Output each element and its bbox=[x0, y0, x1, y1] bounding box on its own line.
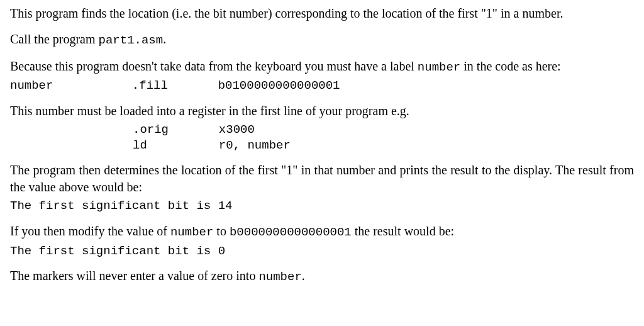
text: Because this program doesn't take data f… bbox=[10, 59, 418, 73]
code-fill-line: number .fill b0100000000000001 bbox=[10, 78, 634, 94]
label-code: number bbox=[418, 60, 460, 74]
intro-paragraph: This program finds the location (i.e. th… bbox=[10, 5, 634, 22]
output-example-2: The first significant bit is 0 bbox=[10, 244, 634, 259]
text: . bbox=[163, 32, 166, 46]
modify-paragraph: If you then modify the value of number t… bbox=[10, 223, 634, 241]
text: in the code as here: bbox=[460, 59, 560, 73]
determine-paragraph: The program then determines the location… bbox=[10, 162, 634, 196]
number-code-2: number bbox=[258, 270, 301, 284]
text: If you then modify the value of bbox=[10, 224, 170, 238]
text: . bbox=[302, 269, 305, 283]
code-orig-block: .orig x3000 ld r0, number bbox=[10, 122, 634, 153]
markers-paragraph: The markers will never enter a value of … bbox=[10, 267, 634, 286]
text: the result would be: bbox=[352, 224, 454, 238]
label-paragraph: Because this program doesn't take data f… bbox=[10, 58, 634, 76]
text: to bbox=[213, 224, 230, 238]
filename-code: part1.asm bbox=[99, 33, 164, 47]
text: Call the program bbox=[10, 32, 99, 46]
binary-code: b0000000000000001 bbox=[230, 225, 352, 239]
call-paragraph: Call the program part1.asm. bbox=[10, 31, 634, 49]
output-example-1: The first significant bit is 14 bbox=[10, 198, 634, 214]
load-paragraph: This number must be loaded into a regist… bbox=[10, 103, 634, 120]
text: The markers will never enter a value of … bbox=[10, 269, 258, 283]
number-code: number bbox=[170, 225, 213, 239]
